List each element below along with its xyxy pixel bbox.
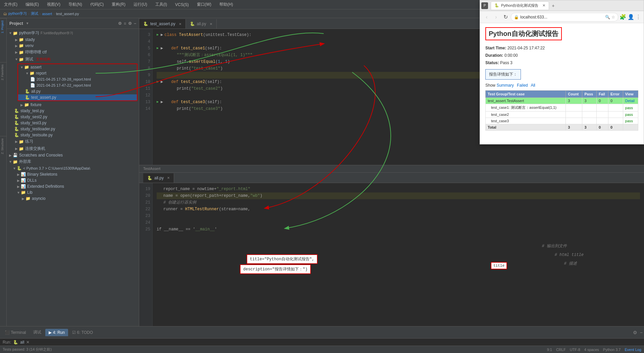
statusbar: Tests passed: 3 (14 分钟之前) 9:1 CRLF UTF-8… [0,346,644,353]
tree-item-all-py[interactable]: 🐍 all.py [18,88,137,94]
tree-item-bilibili[interactable]: ▶ 📁 哔哩哔哩 ctf [7,49,139,56]
row-case3-pass[interactable]: pass [625,119,633,123]
status-indent[interactable]: 4 spaces [584,348,599,352]
browser-refresh-btn[interactable]: ↻ [501,13,509,21]
bottom-tab-run[interactable]: ▶ 4: Run [45,329,68,336]
tree-item-report2[interactable]: 📄 2021-04-25 17-47-22_report.html [18,82,137,88]
row-group-pass: 3 [582,98,596,104]
menu-item-run[interactable]: 运行(U) [132,1,149,8]
browser-profile[interactable]: 👤 [628,14,634,20]
line-numbers-2: 19202122232425 [139,183,153,326]
tab-close-all[interactable]: ✕ [210,22,212,26]
browser-search-icon[interactable]: 🔍 [605,15,610,19]
bottom-tab-todo[interactable]: ☑ 6: TODO [69,329,96,336]
project-settings-icon[interactable]: ⚙ [128,21,132,26]
tree-item-test[interactable]: ▼ 📁 测试 文件结构 [7,56,139,63]
tab-close-split[interactable]: ✕ [167,176,170,180]
row-case1-pass[interactable]: pass [625,106,633,110]
tree-item-study-testloader[interactable]: 🐍 study_testloader.py [7,126,139,132]
run-arrow-13[interactable]: ▶ [157,99,159,105]
tree-item-connect-switch[interactable]: ▶ 📁 连接交换机 [7,145,139,152]
tree-item-lib[interactable]: ▼ 📁 Lib [7,189,139,195]
browser-ext1[interactable]: 🧩 [620,14,626,20]
status-encoding[interactable]: UTF-8 [570,348,580,352]
tree-item-extended-defs[interactable]: ▶ 📊 Extended Definitions [7,183,139,189]
side-tab-favorites[interactable]: 2: Favorites [0,62,6,82]
split-bar: 🐍 all.py ✕ [139,172,644,183]
project-sync-icon[interactable]: ⚙ [118,21,122,26]
browser-menu[interactable]: ⋮ [636,14,641,20]
breadcrumb-part-1[interactable]: 测试 [31,11,38,16]
browser-back-btn[interactable]: ‹ [483,13,491,21]
project-title: Project [9,21,23,26]
tree-item-assert[interactable]: ▼ 📁 assert [18,64,137,70]
menu-item-vcs[interactable]: VCS(S) [174,2,190,8]
run-close-tab[interactable]: ✕ [26,340,30,345]
tree-item-external-lib[interactable]: ▼ 📁 外部库 [7,158,139,165]
breadcrumb-part-0[interactable]: python学习 [8,11,27,16]
run-arrow-10[interactable]: ▶ [157,79,159,85]
tree-item-scratches[interactable]: ▶ 💾 Scratches and Consoles [7,152,139,158]
bottom-tab-debug[interactable]: 调试 [30,328,45,337]
breadcrumb-part-2[interactable]: assert [42,12,52,16]
browser-star-icon[interactable]: ☆ [611,15,615,19]
bottom-settings-icon[interactable]: ⚙ [633,330,637,335]
show-all-link[interactable]: All [531,83,535,88]
row-case3-name: test_case3 [486,118,566,124]
show-failed-link[interactable]: Failed [517,83,528,88]
project-collapse-icon[interactable]: ≡ [124,21,126,26]
menu-item-window[interactable]: 窗口(W) [196,1,213,8]
run-file-name: all [20,340,24,345]
status-event-log[interactable]: Event Log [625,348,641,352]
tree-item-dlls[interactable]: ▶ 📊 DLLs [7,177,139,183]
tree-item-stady-test[interactable]: 🐍 stady_test.py [7,108,139,114]
side-tab-structure[interactable]: Z: Structure [0,136,6,156]
menu-item-file[interactable]: 文件(E) [3,1,19,8]
row-group-detail[interactable]: Detail [625,99,635,103]
browser-forward-btn[interactable]: › [492,13,500,21]
status-tests-passed: Tests passed: 3 (14 分钟之前) [3,347,52,352]
tree-item-study-test3[interactable]: 🐍 study_test3.py [7,120,139,126]
project-tree: ▼ 📁 python学习 F:\untitled\python学习 ▶ 📁 st… [7,29,139,326]
tree-item-test-assert-py[interactable]: 🐍 test_assert.py [18,94,137,100]
tab-all-py-split[interactable]: 🐍 all.py ✕ [143,173,174,183]
menu-item-code[interactable]: 代码(C) [89,1,105,8]
browser-address[interactable]: localhost:633... [520,15,604,19]
menu-item-refactor[interactable]: 重构(R) [110,1,127,8]
tree-item-study-sest2[interactable]: 🐍 study_sest2.py [7,114,139,120]
side-tab-project[interactable]: 1: Project [0,18,6,35]
status-crlf[interactable]: CRLF [556,348,566,352]
project-close-icon[interactable]: − [134,21,136,26]
tree-item-fixture[interactable]: ▶ 📁 fixture [7,102,139,108]
tab-test-assert[interactable]: 🐍 test_assert.py ✕ [139,19,186,29]
tree-item-report1[interactable]: 📄 2021-04-25 17-39-28_report.html [18,76,137,82]
browser-new-tab[interactable]: + [552,3,554,8]
tree-item-asyncio[interactable]: ▶ 📁 asyncio [7,195,139,202]
status-python[interactable]: Python 3.7 [603,348,621,352]
browser-tab-close[interactable]: ✕ [542,3,545,8]
menu-item-view[interactable]: 视图(V) [46,1,62,8]
tab-close-test-assert[interactable]: ✕ [179,22,181,26]
menu-item-help[interactable]: 帮助(H) [218,1,234,8]
browser-toolbar: ‹ › ↻ 🔒 localhost:633... 🔍 ☆ 🧩 👤 ⋮ [480,11,644,23]
menu-item-nav[interactable]: 导航(N) [67,1,84,8]
tree-item-python-study[interactable]: ▼ 📁 python学习 F:\untitled\python学习 [7,30,139,37]
tree-item-stady[interactable]: ▶ 📁 stady [7,37,139,43]
run-arrow-5[interactable]: ▶ [157,45,159,52]
tree-item-binary-skeletons[interactable]: ▶ 📊 Binary Skeletons [7,171,139,177]
tree-item-python37[interactable]: ▼ 🐍 < Python 3.7 > C:\Users\15309\AppDat… [7,165,139,171]
tree-item-report[interactable]: ▼ 📁 report [18,70,137,76]
browser-active-tab[interactable]: 🐍 Python自动化测试报告 ✕ [491,1,549,10]
bottom-close-icon[interactable]: − [640,330,643,335]
menu-item-tools[interactable]: 工具(I) [154,1,168,8]
status-label: Status: [485,60,499,65]
tree-item-study-testsuite[interactable]: 🐍 study_testsuite.py [7,132,139,138]
bottom-tab-terminal[interactable]: ⬛ Terminal [1,329,29,336]
run-arrow-3[interactable]: ▶ [157,32,159,38]
menu-item-edit[interactable]: 编辑(E) [24,1,40,8]
row-case2-pass[interactable]: pass [625,113,633,117]
tree-item-venv[interactable]: ▶ 📁 venv [7,43,139,49]
tree-item-practice[interactable]: ▶ 📁 练习 [7,138,139,145]
tab-all-py[interactable]: 🐍 all.py ✕ [186,19,217,29]
show-summary-link[interactable]: Summary [496,83,514,88]
